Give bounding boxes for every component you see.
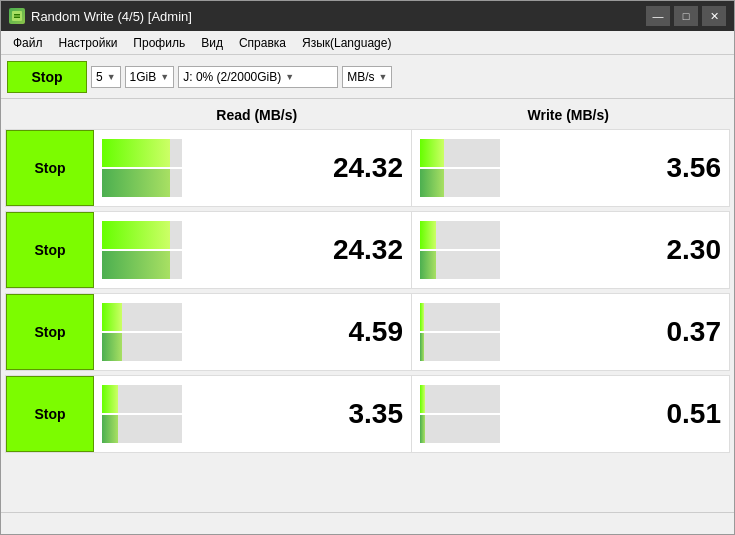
write-bar-track-top-0 bbox=[420, 139, 500, 167]
svg-rect-2 bbox=[14, 17, 20, 19]
write-section-3: 0.51 bbox=[412, 376, 729, 452]
write-bar-fill-bot-3 bbox=[420, 415, 425, 443]
write-bar-fill-top-1 bbox=[420, 221, 436, 249]
count-dropdown-arrow: ▼ bbox=[107, 72, 116, 82]
read-section-1: 24.32 bbox=[94, 212, 412, 288]
read-bar-fill-top-1 bbox=[102, 221, 170, 249]
read-bar-track-top-0 bbox=[102, 139, 182, 167]
write-bar-container-0 bbox=[420, 139, 500, 197]
count-value: 5 bbox=[96, 70, 103, 84]
read-bar-container-3 bbox=[102, 385, 182, 443]
write-bar-fill-top-3 bbox=[420, 385, 425, 413]
read-value-1: 24.32 bbox=[190, 234, 403, 266]
drive-dropdown-arrow: ▼ bbox=[285, 72, 294, 82]
read-bar-track-bot-2 bbox=[102, 333, 182, 361]
write-header: Write (MB/s) bbox=[413, 107, 725, 123]
menu-profile[interactable]: Профиль bbox=[125, 34, 193, 52]
svg-rect-0 bbox=[12, 11, 22, 21]
size-dropdown[interactable]: 1GiB ▼ bbox=[125, 66, 175, 88]
title-bar-left: Random Write (4/5) [Admin] bbox=[9, 8, 192, 24]
read-bar-track-bot-1 bbox=[102, 251, 182, 279]
write-bar-track-top-3 bbox=[420, 385, 500, 413]
write-bar-fill-bot-1 bbox=[420, 251, 436, 279]
toolbar: Stop 5 ▼ 1GiB ▼ J: 0% (2/2000GiB) ▼ MB/s… bbox=[1, 55, 734, 99]
read-section-0: 24.32 bbox=[94, 130, 412, 206]
table-row: Stop 4.59 bbox=[5, 293, 730, 371]
content-area: Read (MB/s) Write (MB/s) Stop 24.32 bbox=[1, 99, 734, 512]
write-bar-fill-top-0 bbox=[420, 139, 444, 167]
minimize-button[interactable]: — bbox=[646, 6, 670, 26]
title-bar: Random Write (4/5) [Admin] — □ ✕ bbox=[1, 1, 734, 31]
stop-button-row-0[interactable]: Stop bbox=[6, 130, 94, 206]
main-stop-button[interactable]: Stop bbox=[7, 61, 87, 93]
unit-dropdown-arrow: ▼ bbox=[379, 72, 388, 82]
read-bar-container-1 bbox=[102, 221, 182, 279]
write-bar-container-3 bbox=[420, 385, 500, 443]
write-section-0: 3.56 bbox=[412, 130, 729, 206]
read-bar-track-bot-0 bbox=[102, 169, 182, 197]
read-bar-fill-bot-3 bbox=[102, 415, 118, 443]
read-header: Read (MB/s) bbox=[101, 107, 413, 123]
write-bar-container-2 bbox=[420, 303, 500, 361]
menu-help[interactable]: Справка bbox=[231, 34, 294, 52]
read-bar-fill-top-0 bbox=[102, 139, 170, 167]
read-bar-fill-bot-1 bbox=[102, 251, 170, 279]
read-section-3: 3.35 bbox=[94, 376, 412, 452]
window-title: Random Write (4/5) [Admin] bbox=[31, 9, 192, 24]
unit-dropdown[interactable]: MB/s ▼ bbox=[342, 66, 392, 88]
stop-button-row-3[interactable]: Stop bbox=[6, 376, 94, 452]
menu-language[interactable]: Язык(Language) bbox=[294, 34, 399, 52]
write-bar-fill-bot-0 bbox=[420, 169, 444, 197]
svg-rect-1 bbox=[14, 14, 20, 16]
read-bar-track-bot-3 bbox=[102, 415, 182, 443]
drive-value: J: 0% (2/2000GiB) bbox=[183, 70, 281, 84]
menu-settings[interactable]: Настройки bbox=[51, 34, 126, 52]
read-bar-fill-bot-0 bbox=[102, 169, 170, 197]
title-controls: — □ ✕ bbox=[646, 6, 726, 26]
unit-value: MB/s bbox=[347, 70, 374, 84]
read-bar-container-2 bbox=[102, 303, 182, 361]
table-row: Stop 24.32 bbox=[5, 129, 730, 207]
maximize-button[interactable]: □ bbox=[674, 6, 698, 26]
read-value-3: 3.35 bbox=[190, 398, 403, 430]
write-bar-track-bot-3 bbox=[420, 415, 500, 443]
write-bar-track-top-1 bbox=[420, 221, 500, 249]
write-bar-fill-top-2 bbox=[420, 303, 424, 331]
read-value-2: 4.59 bbox=[190, 316, 403, 348]
write-bar-fill-bot-2 bbox=[420, 333, 424, 361]
write-section-1: 2.30 bbox=[412, 212, 729, 288]
status-bar bbox=[1, 512, 734, 534]
close-button[interactable]: ✕ bbox=[702, 6, 726, 26]
read-section-2: 4.59 bbox=[94, 294, 412, 370]
stop-button-row-2[interactable]: Stop bbox=[6, 294, 94, 370]
menu-view[interactable]: Вид bbox=[193, 34, 231, 52]
read-bar-track-top-2 bbox=[102, 303, 182, 331]
write-bar-track-top-2 bbox=[420, 303, 500, 331]
write-bar-container-1 bbox=[420, 221, 500, 279]
table-row: Stop 24.32 bbox=[5, 211, 730, 289]
write-value-1: 2.30 bbox=[508, 234, 721, 266]
menu-bar: Файл Настройки Профиль Вид Справка Язык(… bbox=[1, 31, 734, 55]
app-icon bbox=[9, 8, 25, 24]
read-bar-fill-bot-2 bbox=[102, 333, 122, 361]
read-bar-fill-top-2 bbox=[102, 303, 122, 331]
write-value-2: 0.37 bbox=[508, 316, 721, 348]
main-window: Random Write (4/5) [Admin] — □ ✕ Файл На… bbox=[0, 0, 735, 535]
read-bar-fill-top-3 bbox=[102, 385, 118, 413]
read-bar-track-top-1 bbox=[102, 221, 182, 249]
write-value-0: 3.56 bbox=[508, 152, 721, 184]
size-dropdown-arrow: ▼ bbox=[160, 72, 169, 82]
menu-file[interactable]: Файл bbox=[5, 34, 51, 52]
write-value-3: 0.51 bbox=[508, 398, 721, 430]
read-bar-container-0 bbox=[102, 139, 182, 197]
drive-dropdown[interactable]: J: 0% (2/2000GiB) ▼ bbox=[178, 66, 338, 88]
read-bar-track-top-3 bbox=[102, 385, 182, 413]
table-row: Stop 3.35 bbox=[5, 375, 730, 453]
read-value-0: 24.32 bbox=[190, 152, 403, 184]
write-section-2: 0.37 bbox=[412, 294, 729, 370]
write-bar-track-bot-0 bbox=[420, 169, 500, 197]
count-dropdown[interactable]: 5 ▼ bbox=[91, 66, 121, 88]
table-header: Read (MB/s) Write (MB/s) bbox=[5, 103, 730, 127]
stop-button-row-1[interactable]: Stop bbox=[6, 212, 94, 288]
size-value: 1GiB bbox=[130, 70, 157, 84]
